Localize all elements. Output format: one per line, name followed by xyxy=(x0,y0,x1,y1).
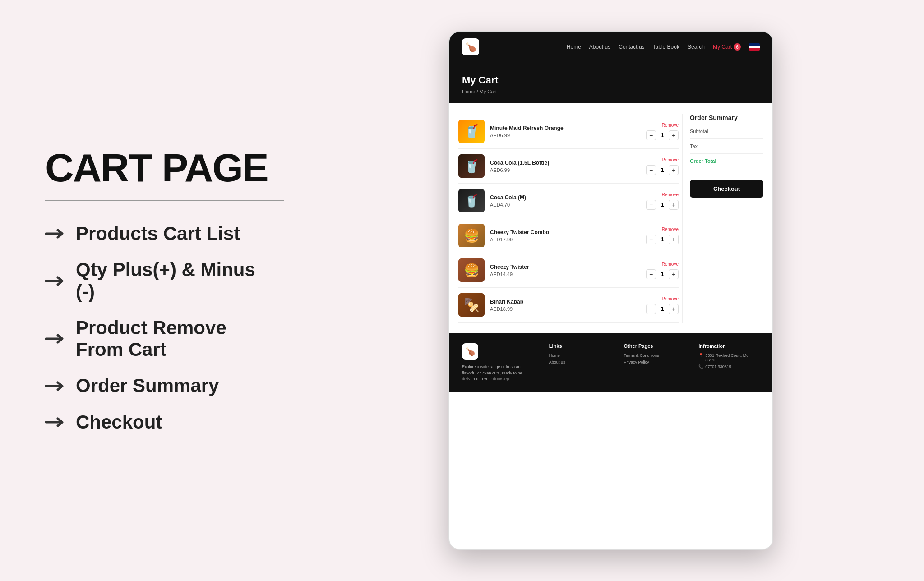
item-image xyxy=(458,120,485,143)
cart-item-4: Cheezy Twister AED14.49 Remove − 1 + xyxy=(458,253,679,288)
feature-text: Qty Plus(+) & Minus (-) xyxy=(76,259,271,303)
arrow-icon xyxy=(45,275,65,287)
footer-other-heading: Other Pages xyxy=(624,343,685,349)
footer-info-heading: Infromation xyxy=(698,343,760,349)
cart-item-5: Bihari Kabab AED18.99 Remove − 1 + xyxy=(458,288,679,323)
feature-item-qty-controls: Qty Plus(+) & Minus (-) xyxy=(45,259,271,303)
item-info: Cheezy Twister AED14.49 xyxy=(490,264,641,277)
item-price: AED18.99 xyxy=(490,306,641,312)
nav-about-us[interactable]: About us xyxy=(589,44,610,50)
nav-my-cart[interactable]: My Cart 6 xyxy=(713,43,741,51)
navbar: 🍗 Home About us Contact us Table Book Se… xyxy=(449,32,772,62)
qty-minus-button[interactable]: − xyxy=(646,130,656,140)
checkout-button[interactable]: Checkout xyxy=(690,180,763,198)
remove-button[interactable]: Remove xyxy=(662,157,679,162)
item-actions: Remove − 1 + xyxy=(646,157,679,175)
qty-minus-button[interactable]: − xyxy=(646,304,656,314)
footer-terms-link[interactable]: Terms & Conditions xyxy=(624,353,685,358)
subtotal-row: Subtotal xyxy=(690,129,763,139)
item-price: AED17.99 xyxy=(490,237,641,242)
feature-item-checkout: Checkout xyxy=(45,411,271,433)
item-actions: Remove − 1 + xyxy=(646,123,679,140)
feature-text: Checkout xyxy=(76,411,162,433)
qty-plus-button[interactable]: + xyxy=(669,165,679,175)
footer-address: 📍 5331 Rexford Court, Mo 36116 xyxy=(698,353,760,362)
remove-button[interactable]: Remove xyxy=(662,227,679,232)
subtotal-label: Subtotal xyxy=(690,129,708,134)
footer: 🍗 Explore a wide range of fresh and flav… xyxy=(449,333,772,392)
item-info: Coca Cola (1.5L Bottle) AED6.99 xyxy=(490,160,641,173)
language-flag[interactable] xyxy=(749,43,760,51)
main-content: Minute Maid Refresh Orange AED6.99 Remov… xyxy=(449,103,772,333)
qty-controls: − 1 + xyxy=(646,269,679,279)
footer-info-section: Infromation 📍 5331 Rexford Court, Mo 361… xyxy=(698,343,760,371)
feature-text: Product Remove From Cart xyxy=(76,317,271,361)
qty-plus-button[interactable]: + xyxy=(669,269,679,279)
item-actions: Remove − 1 + xyxy=(646,262,679,279)
remove-button[interactable]: Remove xyxy=(662,192,679,197)
cart-item-2: Coca Cola (M) AED4.70 Remove − 1 + xyxy=(458,184,679,218)
qty-value: 1 xyxy=(659,236,666,243)
nav-home[interactable]: Home xyxy=(567,44,581,50)
footer-home-link[interactable]: Home xyxy=(549,353,610,358)
item-actions: Remove − 1 + xyxy=(646,192,679,210)
item-info: Bihari Kabab AED18.99 xyxy=(490,299,641,312)
breadcrumb-home[interactable]: Home xyxy=(462,89,475,94)
footer-description: Explore a wide range of fresh and flavor… xyxy=(462,364,536,383)
qty-minus-button[interactable]: − xyxy=(646,269,656,279)
cart-page-heading: My Cart xyxy=(462,74,760,86)
arrow-icon xyxy=(45,416,65,429)
total-row: Order Total xyxy=(690,158,763,168)
qty-controls: − 1 + xyxy=(646,200,679,210)
tax-row: Tax xyxy=(690,143,763,154)
qty-plus-button[interactable]: + xyxy=(669,200,679,210)
feature-item-products-cart-list: Products Cart List xyxy=(45,223,271,244)
tax-label: Tax xyxy=(690,143,698,149)
item-price: AED6.99 xyxy=(490,133,641,138)
item-price: AED14.49 xyxy=(490,272,641,277)
item-info: Coca Cola (M) AED4.70 xyxy=(490,194,641,208)
qty-plus-button[interactable]: + xyxy=(669,235,679,244)
item-image xyxy=(458,293,485,317)
item-name: Minute Maid Refresh Orange xyxy=(490,125,641,131)
item-name: Coca Cola (1.5L Bottle) xyxy=(490,160,641,166)
left-panel: CART PAGE Products Cart List Qty Plus(+)… xyxy=(0,112,307,469)
order-summary-panel: Order Summary Subtotal Tax Order Total C… xyxy=(682,114,763,323)
remove-button[interactable]: Remove xyxy=(662,296,679,301)
features-list: Products Cart List Qty Plus(+) & Minus (… xyxy=(45,223,271,433)
breadcrumb-separator: / xyxy=(476,89,478,94)
nav-search[interactable]: Search xyxy=(688,44,705,50)
qty-plus-button[interactable]: + xyxy=(669,304,679,314)
footer-privacy-link[interactable]: Privacy Policy xyxy=(624,360,685,364)
nav-table-book[interactable]: Table Book xyxy=(653,44,679,50)
footer-logo: 🍗 xyxy=(462,343,478,360)
logo-icon[interactable]: 🍗 xyxy=(462,38,479,55)
feature-text: Order Summary xyxy=(76,375,219,397)
item-actions: Remove − 1 + xyxy=(646,296,679,314)
remove-button[interactable]: Remove xyxy=(662,262,679,267)
browser-frame: 🍗 Home About us Contact us Table Book Se… xyxy=(448,31,773,550)
qty-minus-button[interactable]: − xyxy=(646,235,656,244)
footer-about-link[interactable]: About us xyxy=(549,360,610,364)
qty-minus-button[interactable]: − xyxy=(646,200,656,210)
qty-plus-button[interactable]: + xyxy=(669,130,679,140)
qty-minus-button[interactable]: − xyxy=(646,165,656,175)
nav-contact-us[interactable]: Contact us xyxy=(619,44,644,50)
qty-controls: − 1 + xyxy=(646,165,679,175)
remove-button[interactable]: Remove xyxy=(662,123,679,128)
page-title: CART PAGE xyxy=(45,148,271,188)
cart-item-0: Minute Maid Refresh Orange AED6.99 Remov… xyxy=(458,114,679,149)
item-info: Minute Maid Refresh Orange AED6.99 xyxy=(490,125,641,138)
item-actions: Remove − 1 + xyxy=(646,227,679,244)
order-summary-title: Order Summary xyxy=(690,114,763,121)
arrow-icon xyxy=(45,380,65,392)
breadcrumb: Home / My Cart xyxy=(462,89,760,94)
item-image xyxy=(458,154,485,178)
item-image xyxy=(458,224,485,247)
item-price: AED6.99 xyxy=(490,167,641,173)
cart-list: Minute Maid Refresh Orange AED6.99 Remov… xyxy=(458,114,679,323)
item-image xyxy=(458,189,485,212)
qty-controls: − 1 + xyxy=(646,130,679,140)
item-name: Cheezy Twister xyxy=(490,264,641,270)
hero-section: My Cart Home / My Cart xyxy=(449,62,772,103)
